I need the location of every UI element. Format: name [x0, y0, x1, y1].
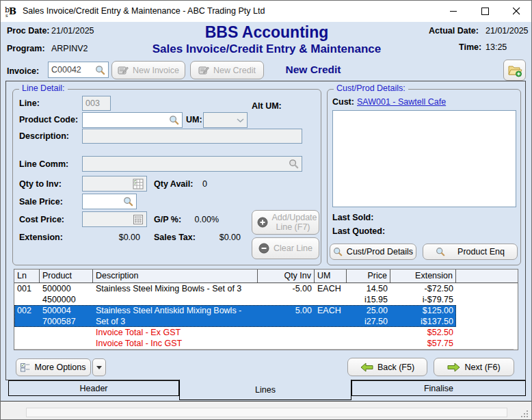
qty-avail-value: 0: [202, 179, 207, 189]
mode-text: New Credit: [267, 64, 360, 76]
time-label: Time:: [459, 42, 481, 52]
screen-title: Sales Invoice/Credit Entry & Maintenance: [123, 42, 410, 56]
maximize-button[interactable]: [469, 0, 501, 22]
cell-qty-inv: -5.00: [258, 283, 315, 305]
qty-to-inv-label: Qty to Inv:: [19, 179, 62, 189]
more-options-button[interactable]: More Options: [16, 358, 91, 376]
minimize-button[interactable]: [438, 0, 469, 22]
proc-date-label: Proc Date:: [7, 26, 50, 36]
back-label: Back (F5): [377, 363, 414, 372]
tab-header[interactable]: Header: [8, 380, 179, 396]
product-search-icon[interactable]: [169, 115, 179, 125]
sales-tax-label: Sales Tax:: [154, 233, 196, 242]
clear-line-label: Clear Line: [274, 244, 312, 253]
new-document-icon: [118, 66, 129, 75]
svg-text:B: B: [9, 6, 16, 16]
back-button[interactable]: Back (F5): [347, 358, 427, 376]
col-header-description: Description: [93, 270, 258, 283]
next-label: Next (F6): [464, 363, 500, 372]
table-row[interactable]: 0025000047000587Stainless Steel Antiskid…: [14, 305, 518, 327]
documents-button[interactable]: [503, 60, 526, 81]
status-message-panel: [26, 408, 507, 417]
last-sold-label: Last Sold:: [332, 213, 373, 222]
proc-date-value: 21/01/2025: [51, 26, 94, 36]
invoice-search-icon[interactable]: [95, 65, 105, 75]
cell-um: EACH: [315, 305, 347, 327]
cost-price-field: [82, 211, 147, 227]
arrow-right-icon: [447, 363, 460, 372]
add-update-line-label: Add/Update Line (F7): [272, 213, 315, 232]
col-header-qty-inv: Qty Inv: [258, 270, 315, 283]
invoice-lines-grid: LnProductDescriptionQty InvUMPriceExtens…: [14, 269, 518, 350]
invoice-total-row: Invoice Total - Ex GST$52.50: [14, 327, 514, 338]
cell-qty-inv: 5.00: [258, 305, 315, 327]
new-credit-button[interactable]: New Credit: [190, 61, 264, 79]
invoice-total-label: Invoice Total - Inc GST: [93, 338, 258, 349]
table-body: 0015000004500000Stainless Steel Mixing B…: [14, 283, 518, 327]
invoice-total-value: $52.50: [258, 327, 456, 338]
cell-extension: $125.00i$137.50: [390, 305, 456, 327]
product-enq-button[interactable]: Product Enq: [423, 244, 518, 260]
sale-price-input[interactable]: [82, 194, 137, 209]
window-title: Sales Invoice/Credit Entry & Maintenance…: [23, 6, 265, 16]
product-code-label: Product Code:: [19, 115, 78, 124]
description-label: Description:: [19, 131, 69, 141]
folder-add-icon: [507, 64, 522, 77]
cell-um: EACH: [315, 283, 347, 305]
program-label: Program:: [7, 44, 45, 53]
program-value: ARPINV2: [51, 44, 88, 53]
checklist-icon: [21, 363, 30, 372]
cell-extension: -$72.50i-$79.75: [390, 283, 456, 305]
qty-grid-icon[interactable]: [133, 179, 144, 189]
actual-date-label: Actual Date:: [429, 26, 479, 36]
actual-date-value: 21/01/2025: [486, 26, 529, 36]
cust-prod-details-button[interactable]: Cust/Prod Details: [330, 244, 416, 260]
cust-label: Cust:: [332, 97, 354, 107]
cell-price: 25.00i27.50: [347, 305, 390, 327]
calculator-icon[interactable]: [133, 214, 144, 225]
qty-avail-label: Qty Avail:: [154, 179, 193, 189]
col-header-ln: Ln: [14, 270, 40, 283]
invoice-input[interactable]: C00042: [48, 62, 109, 78]
sale-price-label: Sale Price:: [19, 197, 63, 207]
line-comm-search-icon[interactable]: [289, 159, 299, 169]
col-header-filler: [456, 270, 518, 283]
col-header-um: UM: [315, 270, 347, 283]
cell-description: Stainless Steel Mixing Bowls - Set of 3: [93, 283, 258, 305]
more-options-dropdown-button[interactable]: [92, 358, 106, 376]
sales-tax-value: $0.00: [191, 233, 241, 242]
um-dropdown: [203, 112, 248, 128]
resize-grip[interactable]: [520, 410, 529, 418]
new-invoice-button[interactable]: New Invoice: [111, 61, 185, 79]
add-update-line-button[interactable]: Add/Update Line (F7): [252, 210, 319, 235]
cust-prod-details-label: Cust/Prod Details: [347, 247, 413, 257]
line-number-value: 003: [85, 99, 100, 108]
sale-price-search-icon[interactable]: [123, 196, 133, 207]
table-header-row: LnProductDescriptionQty InvUMPriceExtens…: [14, 270, 518, 283]
svg-text:s: s: [5, 13, 8, 18]
tab-lines[interactable]: Lines: [179, 380, 351, 400]
cell-ln: 002: [14, 305, 40, 327]
last-quoted-label: Last Quoted:: [332, 226, 385, 236]
new-document-icon: [198, 66, 209, 75]
next-button[interactable]: Next (F6): [434, 358, 514, 376]
table-row[interactable]: 0015000004500000Stainless Steel Mixing B…: [14, 283, 518, 305]
close-button[interactable]: [501, 0, 532, 22]
qty-to-inv-field: [82, 176, 147, 192]
status-bar: [0, 401, 532, 420]
dropdown-arrow-icon: [96, 366, 102, 369]
cust-prod-group-label: Cust/Prod Details:: [334, 83, 408, 93]
cell-ln: 001: [14, 283, 40, 305]
tab-finalise[interactable]: Finalise: [351, 380, 526, 396]
cell-product: 5000004500000: [40, 283, 93, 305]
invoice-label: Invoice:: [7, 66, 39, 76]
um-label: UM:: [186, 115, 202, 124]
customer-link[interactable]: SAW001 - Sawtell Cafe: [357, 97, 446, 107]
description-field: [82, 129, 302, 144]
product-code-input[interactable]: [82, 112, 183, 128]
line-label: Line:: [19, 99, 40, 108]
plus-circle-icon: [257, 217, 268, 228]
clear-line-button[interactable]: Clear Line: [252, 237, 319, 259]
line-comm-field: [82, 156, 302, 172]
more-options-label: More Options: [34, 363, 85, 372]
